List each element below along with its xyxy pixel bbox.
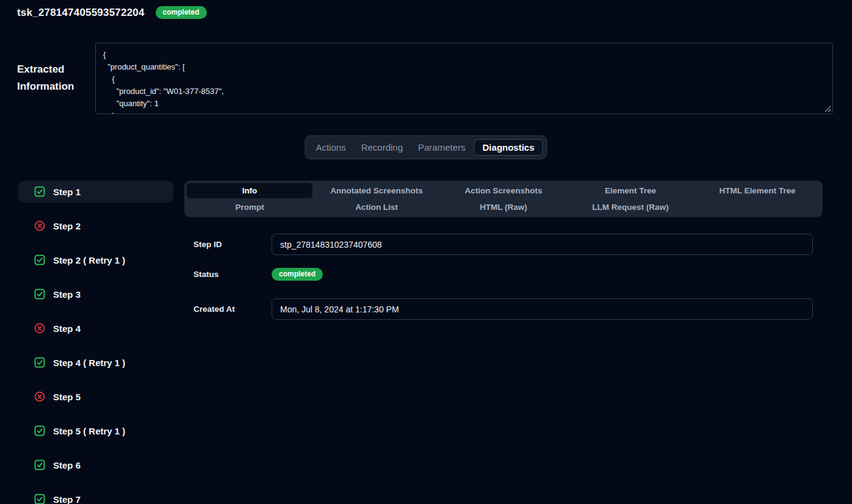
extracted-information-field: { "product_quantities": [ { "product_id"… xyxy=(95,43,833,114)
step-success-icon xyxy=(34,357,45,368)
step-label: Step 5 ( Retry 1 ) xyxy=(53,426,125,436)
tab-parameters[interactable]: Parameters xyxy=(411,139,472,156)
step-item-step-3[interactable]: Step 3 xyxy=(18,283,173,305)
step-item-step-7[interactable]: Step 7 xyxy=(18,488,173,504)
created-at-input[interactable] xyxy=(272,298,813,320)
step-label: Step 7 xyxy=(53,494,81,504)
step-label: Step 4 ( Retry 1 ) xyxy=(53,358,125,368)
step-item-step-2[interactable]: Step 2 xyxy=(18,215,173,237)
step-label: Step 5 xyxy=(53,392,81,402)
step-label: Step 2 ( Retry 1 ) xyxy=(53,255,125,265)
step-item-step-4-retry-1[interactable]: Step 4 ( Retry 1 ) xyxy=(18,351,173,373)
step-success-icon xyxy=(34,459,45,470)
step-success-icon xyxy=(34,186,45,197)
subtab-action-list[interactable]: Action List xyxy=(314,200,439,215)
extracted-information-label: Extracted Information xyxy=(17,61,85,95)
tab-diagnostics[interactable]: Diagnostics xyxy=(474,139,543,156)
field-status: Status completed xyxy=(193,267,323,281)
step-item-step-1[interactable]: Step 1 xyxy=(18,181,173,203)
step-label: Step 3 xyxy=(53,289,81,300)
subtab-info[interactable]: Info xyxy=(187,183,312,198)
subtab-prompt[interactable]: Prompt xyxy=(187,200,312,215)
subtab-annotated-screenshots[interactable]: Annotated Screenshots xyxy=(314,183,439,198)
subtab-action-screenshots[interactable]: Action Screenshots xyxy=(441,183,566,198)
step-label: Step 1 xyxy=(53,187,81,197)
main-tab-bar: ActionsRecordingParametersDiagnostics xyxy=(305,135,547,159)
step-status-badge: completed xyxy=(272,268,323,281)
field-created-at: Created At xyxy=(193,298,813,320)
step-success-icon xyxy=(34,494,45,504)
step-item-step-2-retry-1[interactable]: Step 2 ( Retry 1 ) xyxy=(18,249,173,271)
step-error-icon xyxy=(34,391,45,402)
task-id: tsk_278147405593572204 xyxy=(17,7,145,19)
tab-recording[interactable]: Recording xyxy=(355,139,410,156)
subtab-element-tree[interactable]: Element Tree xyxy=(568,183,693,198)
step-item-step-5-retry-1[interactable]: Step 5 ( Retry 1 ) xyxy=(18,420,173,442)
step-success-icon xyxy=(34,289,45,300)
diagnostics-panel: InfoAnnotated ScreenshotsAction Screensh… xyxy=(184,181,823,504)
step-item-step-5[interactable]: Step 5 xyxy=(18,386,173,408)
subtab-llm-request-raw[interactable]: LLM Request (Raw) xyxy=(568,200,693,215)
extracted-info-textarea[interactable]: { "product_quantities": [ { "product_id"… xyxy=(95,43,833,114)
step-id-label: Step ID xyxy=(193,240,272,249)
step-label: Step 4 xyxy=(53,323,81,334)
step-item-step-6[interactable]: Step 6 xyxy=(18,454,173,476)
tab-actions[interactable]: Actions xyxy=(309,139,352,156)
header: tsk_278147405593572204 completed xyxy=(17,6,207,19)
step-error-icon xyxy=(34,220,45,231)
resize-grip-icon[interactable] xyxy=(825,106,831,112)
field-step-id: Step ID xyxy=(193,234,813,255)
steps-list: Step 1 Step 2 Step xyxy=(18,181,173,504)
step-item-step-4[interactable]: Step 4 xyxy=(18,317,173,339)
subtab-html-raw[interactable]: HTML (Raw) xyxy=(441,200,566,215)
status-label: Status xyxy=(193,270,272,279)
subtab-bar: InfoAnnotated ScreenshotsAction Screensh… xyxy=(184,181,823,217)
step-error-icon xyxy=(34,323,45,334)
step-id-input[interactable] xyxy=(272,234,813,255)
subtab-html-element-tree[interactable]: HTML Element Tree xyxy=(695,183,820,198)
step-label: Step 2 xyxy=(53,221,81,231)
step-label: Step 6 xyxy=(53,460,81,470)
step-success-icon xyxy=(34,254,45,265)
step-success-icon xyxy=(34,425,45,436)
task-status-badge: completed xyxy=(156,6,207,19)
created-at-label: Created At xyxy=(193,304,272,314)
